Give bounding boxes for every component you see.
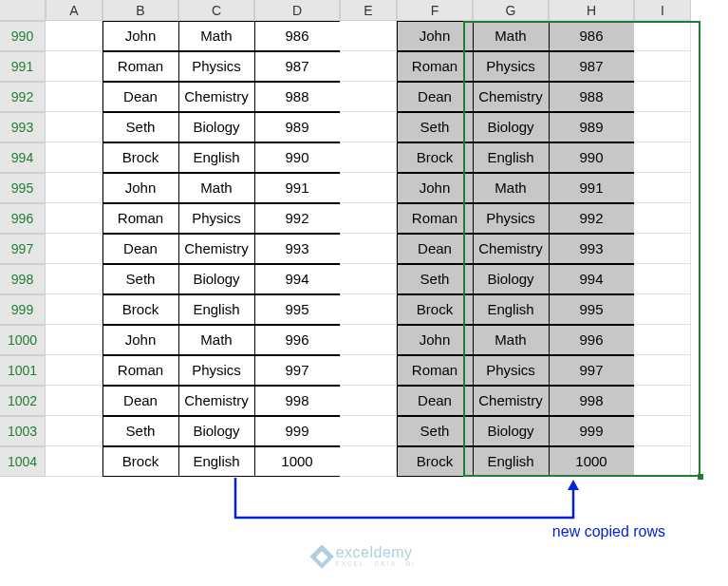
row-header[interactable]: 995 bbox=[0, 173, 46, 203]
row-header[interactable]: 1001 bbox=[0, 355, 46, 386]
cell[interactable]: Seth bbox=[103, 264, 179, 294]
cell[interactable] bbox=[340, 355, 397, 386]
cell[interactable]: Chemistry bbox=[473, 386, 550, 416]
column-header[interactable]: D bbox=[254, 0, 340, 21]
cell[interactable]: 991 bbox=[254, 173, 341, 203]
cell[interactable]: 989 bbox=[549, 112, 635, 142]
cell[interactable]: 1000 bbox=[254, 446, 341, 477]
cell[interactable]: Biology bbox=[473, 264, 550, 294]
cell[interactable] bbox=[340, 51, 397, 82]
cell[interactable] bbox=[634, 355, 691, 386]
cell[interactable]: John bbox=[103, 325, 179, 355]
cell[interactable]: English bbox=[178, 142, 255, 173]
cell[interactable]: Math bbox=[178, 21, 255, 51]
cell[interactable]: Math bbox=[473, 325, 550, 355]
cell[interactable] bbox=[340, 203, 397, 234]
row-header[interactable]: 999 bbox=[0, 294, 46, 325]
cell[interactable]: Dean bbox=[397, 234, 474, 264]
row-header[interactable]: 991 bbox=[0, 51, 46, 82]
cell[interactable] bbox=[340, 446, 397, 477]
cell[interactable]: Physics bbox=[473, 51, 550, 82]
cell[interactable] bbox=[634, 446, 691, 477]
cell[interactable]: Chemistry bbox=[178, 234, 255, 264]
column-header[interactable]: H bbox=[549, 0, 634, 21]
row-header[interactable]: 997 bbox=[0, 234, 46, 264]
cell[interactable]: 997 bbox=[254, 355, 341, 386]
row-header[interactable]: 1000 bbox=[0, 325, 46, 355]
cell[interactable] bbox=[340, 294, 397, 325]
cell[interactable] bbox=[340, 416, 397, 446]
cell[interactable] bbox=[46, 142, 103, 173]
cell[interactable]: Brock bbox=[397, 446, 474, 477]
cell[interactable] bbox=[634, 264, 691, 294]
cell[interactable]: Brock bbox=[103, 446, 179, 477]
cell[interactable]: English bbox=[473, 294, 550, 325]
cell[interactable]: Biology bbox=[473, 112, 550, 142]
cell[interactable]: Physics bbox=[178, 203, 255, 234]
cell[interactable] bbox=[46, 416, 103, 446]
cell[interactable] bbox=[340, 325, 397, 355]
cell[interactable]: Seth bbox=[397, 112, 474, 142]
cell[interactable] bbox=[340, 173, 397, 203]
cell[interactable]: Biology bbox=[473, 416, 550, 446]
cell[interactable] bbox=[340, 142, 397, 173]
cell[interactable]: Seth bbox=[103, 112, 179, 142]
cell[interactable] bbox=[634, 294, 691, 325]
spreadsheet-grid[interactable]: ABCDEFGHI990JohnMath986JohnMath986991Rom… bbox=[0, 0, 691, 477]
cell[interactable]: 996 bbox=[549, 325, 635, 355]
cell[interactable]: Roman bbox=[103, 51, 179, 82]
row-header[interactable]: 990 bbox=[0, 21, 46, 51]
cell[interactable]: Dean bbox=[103, 234, 179, 264]
cell[interactable] bbox=[46, 112, 103, 142]
row-header[interactable]: 998 bbox=[0, 264, 46, 294]
cell[interactable]: Chemistry bbox=[178, 82, 255, 112]
row-header[interactable]: 992 bbox=[0, 82, 46, 112]
cell[interactable] bbox=[340, 234, 397, 264]
cell[interactable] bbox=[46, 173, 103, 203]
cell[interactable]: John bbox=[397, 173, 474, 203]
row-header[interactable]: 993 bbox=[0, 112, 46, 142]
cell[interactable]: English bbox=[473, 446, 550, 477]
cell[interactable]: 989 bbox=[254, 112, 341, 142]
cell[interactable]: Physics bbox=[473, 355, 550, 386]
cell[interactable]: Brock bbox=[103, 294, 179, 325]
cell[interactable]: 994 bbox=[549, 264, 635, 294]
cell[interactable]: Math bbox=[473, 21, 550, 51]
cell[interactable] bbox=[46, 325, 103, 355]
cell[interactable]: English bbox=[473, 142, 550, 173]
cell[interactable]: Physics bbox=[178, 51, 255, 82]
cell[interactable] bbox=[634, 82, 691, 112]
cell[interactable] bbox=[340, 21, 397, 51]
column-header[interactable]: C bbox=[178, 0, 254, 21]
cell[interactable] bbox=[46, 446, 103, 477]
cell[interactable]: 987 bbox=[549, 51, 635, 82]
cell[interactable]: 990 bbox=[549, 142, 635, 173]
cell[interactable]: Math bbox=[473, 173, 550, 203]
cell[interactable]: Biology bbox=[178, 112, 255, 142]
cell[interactable]: Seth bbox=[103, 416, 179, 446]
cell[interactable] bbox=[46, 51, 103, 82]
cell[interactable]: Brock bbox=[397, 142, 474, 173]
cell[interactable] bbox=[634, 234, 691, 264]
cell[interactable]: 990 bbox=[254, 142, 341, 173]
cell[interactable]: John bbox=[397, 325, 474, 355]
cell[interactable]: Dean bbox=[397, 82, 474, 112]
cell[interactable] bbox=[634, 386, 691, 416]
cell[interactable]: 995 bbox=[254, 294, 341, 325]
column-header[interactable]: G bbox=[473, 0, 549, 21]
cell[interactable] bbox=[46, 21, 103, 51]
cell[interactable]: 999 bbox=[549, 416, 635, 446]
cell[interactable] bbox=[634, 51, 691, 82]
cell[interactable]: 998 bbox=[254, 386, 341, 416]
cell[interactable]: English bbox=[178, 294, 255, 325]
cell[interactable]: Brock bbox=[397, 294, 474, 325]
cell[interactable]: 1000 bbox=[549, 446, 635, 477]
select-all-corner[interactable] bbox=[0, 0, 46, 21]
cell[interactable] bbox=[340, 82, 397, 112]
selection-fill-handle[interactable] bbox=[698, 474, 703, 480]
cell[interactable] bbox=[634, 203, 691, 234]
cell[interactable]: Roman bbox=[103, 355, 179, 386]
cell[interactable] bbox=[634, 21, 691, 51]
cell[interactable]: 993 bbox=[549, 234, 635, 264]
cell[interactable] bbox=[46, 203, 103, 234]
